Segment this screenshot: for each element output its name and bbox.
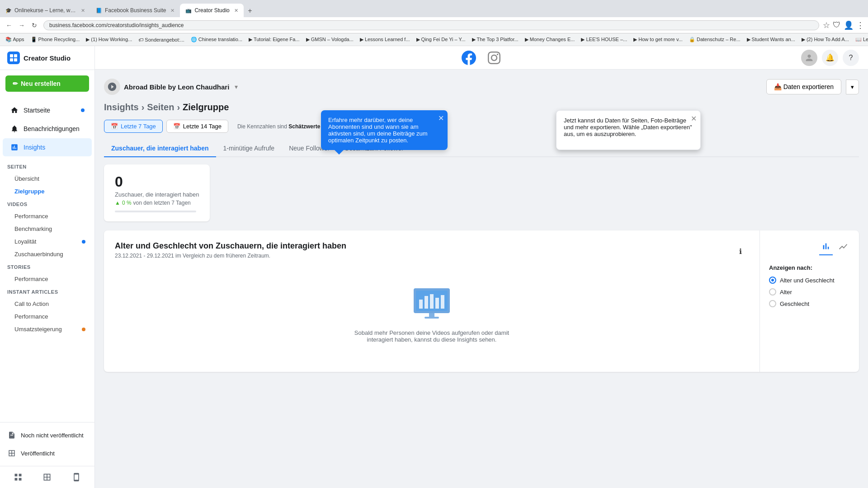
bookmark-3[interactable]: 🏷 Sonderangebot:... xyxy=(137,36,186,43)
sidebar-item-performance-instant[interactable]: Performance xyxy=(2,310,93,323)
bookmark-9[interactable]: ▶ The Top 3 Platfor... xyxy=(470,36,520,43)
refresh-button[interactable]: ↻ xyxy=(29,20,40,31)
breadcrumb-seiten[interactable]: Seiten xyxy=(147,102,174,113)
tab-interagiert[interactable]: Zuschauer, die interagiert haben xyxy=(104,140,216,157)
section-title: Instant Articles xyxy=(7,289,87,295)
stories-section-header: Stories xyxy=(0,261,94,272)
sidebar-item-umsatzsteigerung[interactable]: Umsatzsteigerung xyxy=(2,323,93,335)
account-name: Abroad Bible by Leon Chaudhari xyxy=(124,83,229,91)
export-button[interactable]: 📥 Daten exportieren xyxy=(766,79,841,94)
radio-alter-geschlecht[interactable]: Alter und Geschlecht xyxy=(769,277,850,284)
create-button[interactable]: ✏ Neu erstellen xyxy=(5,75,89,92)
tab-1-close[interactable]: ✕ xyxy=(81,8,85,14)
radio-geschlecht[interactable]: Geschlecht xyxy=(769,300,850,307)
chart-filter-sidebar: Anzeigen nach: Alter und Geschlecht Alte… xyxy=(760,230,859,372)
sidebar-item-benachrichtigungen[interactable]: Benachrichtigungen xyxy=(3,120,92,138)
bookmark-11[interactable]: ▶ LEE'S HOUSE –... xyxy=(579,36,629,43)
sidebar-item-zuschauerbindung[interactable]: Zuschauerbindung xyxy=(2,248,93,260)
main-nav: Startseite Benachrichtigungen Insights xyxy=(0,97,94,160)
veroeffentlicht-item[interactable]: Veröffentlicht xyxy=(0,444,94,462)
instagram-platform-icon[interactable] xyxy=(486,50,502,66)
date-filter: 📅 Letzte 7 Tage 📅 Letzte 14 Tage Die Ken… xyxy=(104,120,859,133)
menu-icon[interactable]: ⋮ xyxy=(856,20,864,30)
app-logo xyxy=(7,52,20,64)
table2-icon[interactable] xyxy=(40,470,54,484)
bookmark-6[interactable]: ▶ GMSN – Vologda... xyxy=(304,36,355,43)
sidebar-item-benchmarking[interactable]: Benchmarking xyxy=(2,223,93,235)
svg-rect-6 xyxy=(419,300,423,309)
breadcrumb-insights[interactable]: Insights xyxy=(104,102,139,113)
back-button[interactable]: ← xyxy=(4,20,14,31)
seiten-section-header: Seiten xyxy=(0,160,94,172)
facebook-platform-icon[interactable] xyxy=(461,50,477,66)
bar-chart-button[interactable] xyxy=(819,239,833,255)
chart-actions: ℹ xyxy=(732,243,749,259)
bookmark-apps[interactable]: 📚 Apps xyxy=(4,36,26,43)
umsatzsteigerung-dot xyxy=(82,328,85,331)
info-button[interactable]: ℹ xyxy=(732,243,749,259)
insights-icon xyxy=(10,143,19,152)
chart-empty-state: Sobald mehr Personen deine Videos aufger… xyxy=(115,268,749,361)
sidebar-item-performance-stories[interactable]: Performance xyxy=(2,273,93,285)
account-avatar xyxy=(104,79,120,95)
bookmark-14[interactable]: ▶ Student Wants an... xyxy=(745,36,797,43)
extensions-area: ☆ 🛡 👤 ⋮ xyxy=(823,20,864,30)
bookmark-2[interactable]: ▶ (1) How Working... xyxy=(84,36,134,43)
sidebar-bottom: Noch nicht veröffentlicht Veröffentlicht xyxy=(0,422,94,466)
nicht-veroeffentlicht-item[interactable]: Noch nicht veröffentlicht xyxy=(0,426,94,444)
bookmark-10[interactable]: ▶ Money Changes E... xyxy=(523,36,577,43)
profile-icon[interactable]: 👤 xyxy=(844,20,854,30)
breadcrumb: Insights › Seiten › Zielgruppe xyxy=(104,102,859,113)
right-side: 🔔 ? Abroad Bible by Leon Chaudhari ▾ xyxy=(95,46,868,488)
mobile-icon[interactable] xyxy=(69,470,84,484)
notifications-button[interactable]: 🔔 xyxy=(822,50,838,66)
bookmark-15[interactable]: ▶ (2) How To Add A... xyxy=(800,36,851,43)
forward-button[interactable]: → xyxy=(16,20,27,31)
bookmark-1[interactable]: 📱 Phone Recycling... xyxy=(29,36,82,43)
tooltip-export-close-button[interactable]: ✕ xyxy=(691,114,697,123)
grid-icon[interactable] xyxy=(11,470,25,484)
tooltip-close-button[interactable]: ✕ xyxy=(438,114,444,122)
create-icon: ✏ xyxy=(13,80,18,87)
sidebar-item-call-to-action[interactable]: Call to Action xyxy=(2,298,93,310)
help-button[interactable]: ? xyxy=(843,50,859,66)
bookmark-16[interactable]: 📖 Leselis... xyxy=(854,36,868,43)
sidebar-item-insights[interactable]: Insights xyxy=(3,138,92,156)
bookmark-12[interactable]: ▶ How to get more v... xyxy=(632,36,684,43)
tab-2-close[interactable]: ✕ xyxy=(170,8,175,14)
tab-3-close[interactable]: ✕ xyxy=(234,8,238,14)
account-selector[interactable]: Abroad Bible by Leon Chaudhari ▾ xyxy=(104,79,238,95)
instant-section-header: Instant Articles xyxy=(0,286,94,297)
bookmark-5[interactable]: ▶ Tutorial: Eigene Fa... xyxy=(247,36,302,43)
last-14-days-button[interactable]: 📅 Letzte 14 Tage xyxy=(166,120,228,133)
user-avatar[interactable] xyxy=(801,50,817,66)
radio-alter[interactable]: Alter xyxy=(769,288,850,296)
sidebar-item-zielgruppe[interactable]: Zielgruppe xyxy=(2,185,93,197)
bookmark-4[interactable]: 🌐 Chinese translatio... xyxy=(189,36,244,43)
videos-section-header: Videos xyxy=(0,198,94,210)
bookmark-13[interactable]: 🔒 Datenschutz – Re... xyxy=(687,36,742,43)
sidebar-item-performance-videos[interactable]: Performance xyxy=(2,210,93,222)
last-7-days-button[interactable]: 📅 Letzte 7 Tage xyxy=(104,120,163,133)
tab-2[interactable]: 📘 Facebook Business Suite ✕ xyxy=(90,4,180,17)
svg-rect-8 xyxy=(430,294,434,309)
sidebar-item-uebersicht[interactable]: Übersicht xyxy=(2,173,93,185)
sidebar-item-loyalitaet[interactable]: Loyalität xyxy=(2,235,93,248)
new-tab-button[interactable]: + xyxy=(244,5,256,17)
sidebar-item-startseite[interactable]: Startseite xyxy=(3,101,92,119)
ext-shield[interactable]: 🛡 xyxy=(833,20,841,30)
tab-3[interactable]: 📺 Creator Studio ✕ xyxy=(180,4,243,17)
bookmark-7[interactable]: ▶ Lessons Learned f... xyxy=(358,36,412,43)
breadcrumb-sep-2: › xyxy=(177,102,180,113)
ext-bookmark[interactable]: ☆ xyxy=(823,20,830,30)
line-chart-button[interactable] xyxy=(836,239,850,255)
section-title: Seiten xyxy=(7,164,87,169)
tab-1[interactable]: 🎓 Onlinekurse – Lerne, was un... ✕ xyxy=(0,4,90,17)
sidebar: Creator Studio ✏ Neu erstellen Startseit… xyxy=(0,46,95,488)
export-dropdown-button[interactable]: ▾ xyxy=(846,80,859,94)
tab-aufrufe[interactable]: 1-minütige Aufrufe xyxy=(216,140,282,157)
sidebar-header: Creator Studio xyxy=(0,46,94,70)
bookmark-8[interactable]: ▶ Qing Fei De Yi – Y... xyxy=(415,36,467,43)
content-tabs: Zuschauer, die interagiert haben 1-minüt… xyxy=(104,140,859,157)
address-input[interactable] xyxy=(43,20,819,30)
